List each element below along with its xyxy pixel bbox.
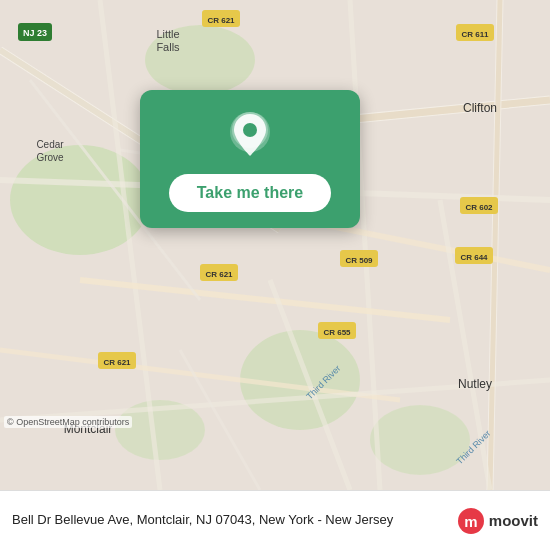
moovit-wordmark: moovit: [489, 512, 538, 529]
svg-text:Little: Little: [156, 28, 179, 40]
location-pin-icon: [224, 110, 276, 162]
svg-text:CR 611: CR 611: [461, 30, 489, 39]
moovit-icon: m: [457, 507, 485, 535]
svg-text:CR 509: CR 509: [345, 256, 373, 265]
svg-text:CR 602: CR 602: [465, 203, 493, 212]
bottom-bar: Bell Dr Bellevue Ave, Montclair, NJ 0704…: [0, 490, 550, 550]
take-me-there-button[interactable]: Take me there: [169, 174, 331, 212]
map-view[interactable]: NJ 23 NJ 3 CR 621 CR 611 CR 602 CR 644 C…: [0, 0, 550, 490]
svg-text:Grove: Grove: [36, 152, 64, 163]
svg-point-55: [243, 123, 257, 137]
svg-text:Nutley: Nutley: [458, 377, 492, 391]
svg-text:m: m: [464, 513, 477, 530]
osm-attribution: © OpenStreetMap contributors: [4, 416, 132, 428]
svg-text:Clifton: Clifton: [463, 101, 497, 115]
svg-text:Cedar: Cedar: [36, 139, 64, 150]
svg-text:CR 621: CR 621: [103, 358, 131, 367]
action-card: Take me there: [140, 90, 360, 228]
svg-text:CR 621: CR 621: [205, 270, 233, 279]
svg-point-4: [370, 405, 470, 475]
moovit-logo: m moovit: [457, 507, 538, 535]
svg-text:CR 644: CR 644: [460, 253, 488, 262]
svg-text:NJ 23: NJ 23: [23, 28, 47, 38]
svg-text:CR 621: CR 621: [207, 16, 235, 25]
svg-text:Falls: Falls: [156, 41, 180, 53]
address-label: Bell Dr Bellevue Ave, Montclair, NJ 0704…: [12, 511, 457, 529]
svg-text:CR 655: CR 655: [323, 328, 351, 337]
